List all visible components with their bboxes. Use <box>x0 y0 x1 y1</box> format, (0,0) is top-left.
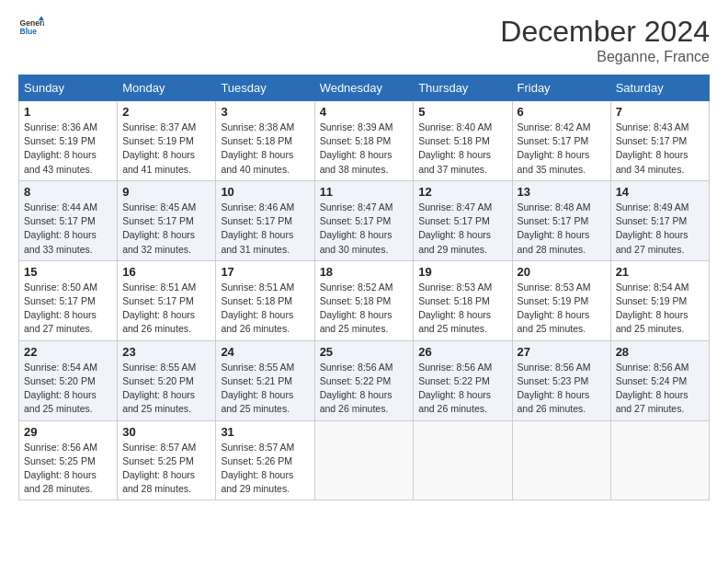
day-number: 23 <box>122 345 210 359</box>
day-number: 14 <box>616 185 704 199</box>
day-detail: Sunrise: 8:47 AM Sunset: 5:17 PM Dayligh… <box>418 201 506 257</box>
day-detail: Sunrise: 8:47 AM Sunset: 5:17 PM Dayligh… <box>320 201 409 257</box>
calendar-cell: 26Sunrise: 8:56 AM Sunset: 5:22 PM Dayli… <box>414 340 512 420</box>
day-detail: Sunrise: 8:55 AM Sunset: 5:21 PM Dayligh… <box>221 361 309 417</box>
calendar-subtitle: Beganne, France <box>500 49 710 65</box>
day-number: 5 <box>418 105 506 119</box>
day-detail: Sunrise: 8:56 AM Sunset: 5:25 PM Dayligh… <box>24 441 112 497</box>
day-detail: Sunrise: 8:37 AM Sunset: 5:19 PM Dayligh… <box>122 121 210 177</box>
day-detail: Sunrise: 8:44 AM Sunset: 5:17 PM Dayligh… <box>24 201 112 257</box>
logo: General Blue <box>18 15 44 40</box>
calendar-cell: 5Sunrise: 8:40 AM Sunset: 5:18 PM Daylig… <box>414 101 512 181</box>
day-number: 29 <box>24 425 112 439</box>
day-detail: Sunrise: 8:49 AM Sunset: 5:17 PM Dayligh… <box>616 201 704 257</box>
week-row-2: 8Sunrise: 8:44 AM Sunset: 5:17 PM Daylig… <box>19 180 710 260</box>
day-number: 28 <box>616 345 704 359</box>
day-detail: Sunrise: 8:53 AM Sunset: 5:18 PM Dayligh… <box>418 281 506 337</box>
day-number: 2 <box>122 105 210 119</box>
calendar-cell: 17Sunrise: 8:51 AM Sunset: 5:18 PM Dayli… <box>216 260 314 340</box>
day-number: 4 <box>320 105 409 119</box>
day-detail: Sunrise: 8:51 AM Sunset: 5:17 PM Dayligh… <box>122 281 210 337</box>
week-row-4: 22Sunrise: 8:54 AM Sunset: 5:20 PM Dayli… <box>19 340 710 420</box>
day-number: 3 <box>221 105 309 119</box>
day-number: 1 <box>24 105 112 119</box>
day-number: 25 <box>320 345 409 359</box>
day-number: 21 <box>616 265 704 279</box>
day-number: 20 <box>518 265 606 279</box>
calendar-cell: 28Sunrise: 8:56 AM Sunset: 5:24 PM Dayli… <box>610 340 709 420</box>
day-detail: Sunrise: 8:54 AM Sunset: 5:20 PM Dayligh… <box>24 361 112 417</box>
calendar-cell: 14Sunrise: 8:49 AM Sunset: 5:17 PM Dayli… <box>610 180 709 260</box>
day-detail: Sunrise: 8:51 AM Sunset: 5:18 PM Dayligh… <box>221 281 309 337</box>
day-detail: Sunrise: 8:50 AM Sunset: 5:17 PM Dayligh… <box>24 281 112 337</box>
calendar-cell: 2Sunrise: 8:37 AM Sunset: 5:19 PM Daylig… <box>118 101 216 181</box>
svg-text:Blue: Blue <box>20 27 38 36</box>
calendar-cell: 22Sunrise: 8:54 AM Sunset: 5:20 PM Dayli… <box>19 340 118 420</box>
calendar-cell: 31Sunrise: 8:57 AM Sunset: 5:26 PM Dayli… <box>216 420 314 500</box>
calendar-cell: 10Sunrise: 8:46 AM Sunset: 5:17 PM Dayli… <box>216 180 314 260</box>
calendar-cell: 12Sunrise: 8:47 AM Sunset: 5:17 PM Dayli… <box>414 180 512 260</box>
day-detail: Sunrise: 8:42 AM Sunset: 5:17 PM Dayligh… <box>518 121 606 177</box>
calendar-cell: 16Sunrise: 8:51 AM Sunset: 5:17 PM Dayli… <box>118 260 216 340</box>
day-number: 9 <box>122 185 210 199</box>
week-row-1: 1Sunrise: 8:36 AM Sunset: 5:19 PM Daylig… <box>19 101 710 181</box>
day-number: 30 <box>122 425 210 439</box>
day-detail: Sunrise: 8:57 AM Sunset: 5:26 PM Dayligh… <box>221 441 309 497</box>
calendar-cell: 20Sunrise: 8:53 AM Sunset: 5:19 PM Dayli… <box>512 260 610 340</box>
day-detail: Sunrise: 8:48 AM Sunset: 5:17 PM Dayligh… <box>518 201 606 257</box>
day-number: 31 <box>221 425 309 439</box>
day-detail: Sunrise: 8:46 AM Sunset: 5:17 PM Dayligh… <box>221 201 309 257</box>
col-header-wednesday: Wednesday <box>314 75 414 101</box>
calendar-cell: 19Sunrise: 8:53 AM Sunset: 5:18 PM Dayli… <box>414 260 512 340</box>
day-detail: Sunrise: 8:40 AM Sunset: 5:18 PM Dayligh… <box>418 121 506 177</box>
calendar-cell: 27Sunrise: 8:56 AM Sunset: 5:23 PM Dayli… <box>512 340 610 420</box>
calendar-cell: 1Sunrise: 8:36 AM Sunset: 5:19 PM Daylig… <box>19 101 118 181</box>
day-number: 26 <box>418 345 506 359</box>
day-number: 8 <box>24 185 112 199</box>
title-block: December 2024 Beganne, France <box>500 15 710 65</box>
day-detail: Sunrise: 8:56 AM Sunset: 5:23 PM Dayligh… <box>518 361 606 417</box>
day-number: 12 <box>418 185 506 199</box>
day-number: 6 <box>518 105 606 119</box>
calendar-cell: 24Sunrise: 8:55 AM Sunset: 5:21 PM Dayli… <box>216 340 314 420</box>
col-header-saturday: Saturday <box>610 75 709 101</box>
day-detail: Sunrise: 8:56 AM Sunset: 5:22 PM Dayligh… <box>418 361 506 417</box>
calendar-cell: 6Sunrise: 8:42 AM Sunset: 5:17 PM Daylig… <box>512 101 610 181</box>
calendar-cell: 8Sunrise: 8:44 AM Sunset: 5:17 PM Daylig… <box>19 180 118 260</box>
day-detail: Sunrise: 8:53 AM Sunset: 5:19 PM Dayligh… <box>518 281 606 337</box>
day-number: 16 <box>122 265 210 279</box>
calendar-cell <box>314 420 414 500</box>
calendar-cell <box>512 420 610 500</box>
calendar-title: December 2024 <box>500 15 710 49</box>
day-detail: Sunrise: 8:45 AM Sunset: 5:17 PM Dayligh… <box>122 201 210 257</box>
col-header-thursday: Thursday <box>414 75 512 101</box>
day-detail: Sunrise: 8:52 AM Sunset: 5:18 PM Dayligh… <box>320 281 409 337</box>
col-header-sunday: Sunday <box>19 75 118 101</box>
day-number: 11 <box>320 185 409 199</box>
day-detail: Sunrise: 8:36 AM Sunset: 5:19 PM Dayligh… <box>24 121 112 177</box>
calendar-cell: 15Sunrise: 8:50 AM Sunset: 5:17 PM Dayli… <box>19 260 118 340</box>
calendar-cell: 9Sunrise: 8:45 AM Sunset: 5:17 PM Daylig… <box>118 180 216 260</box>
col-header-tuesday: Tuesday <box>216 75 314 101</box>
col-header-monday: Monday <box>118 75 216 101</box>
day-number: 19 <box>418 265 506 279</box>
calendar-cell: 11Sunrise: 8:47 AM Sunset: 5:17 PM Dayli… <box>314 180 414 260</box>
calendar-cell <box>414 420 512 500</box>
day-detail: Sunrise: 8:38 AM Sunset: 5:18 PM Dayligh… <box>221 121 309 177</box>
col-header-friday: Friday <box>512 75 610 101</box>
day-number: 24 <box>221 345 309 359</box>
week-row-3: 15Sunrise: 8:50 AM Sunset: 5:17 PM Dayli… <box>19 260 710 340</box>
calendar-table: SundayMondayTuesdayWednesdayThursdayFrid… <box>18 75 710 500</box>
week-row-5: 29Sunrise: 8:56 AM Sunset: 5:25 PM Dayli… <box>19 420 710 500</box>
calendar-cell: 13Sunrise: 8:48 AM Sunset: 5:17 PM Dayli… <box>512 180 610 260</box>
day-detail: Sunrise: 8:55 AM Sunset: 5:20 PM Dayligh… <box>122 361 210 417</box>
day-detail: Sunrise: 8:43 AM Sunset: 5:17 PM Dayligh… <box>616 121 704 177</box>
day-number: 7 <box>616 105 704 119</box>
day-number: 17 <box>221 265 309 279</box>
calendar-cell: 21Sunrise: 8:54 AM Sunset: 5:19 PM Dayli… <box>610 260 709 340</box>
calendar-cell: 29Sunrise: 8:56 AM Sunset: 5:25 PM Dayli… <box>19 420 118 500</box>
day-number: 27 <box>518 345 606 359</box>
day-detail: Sunrise: 8:56 AM Sunset: 5:24 PM Dayligh… <box>616 361 704 417</box>
page-header: General Blue December 2024 Beganne, Fran… <box>18 15 710 65</box>
day-number: 18 <box>320 265 409 279</box>
